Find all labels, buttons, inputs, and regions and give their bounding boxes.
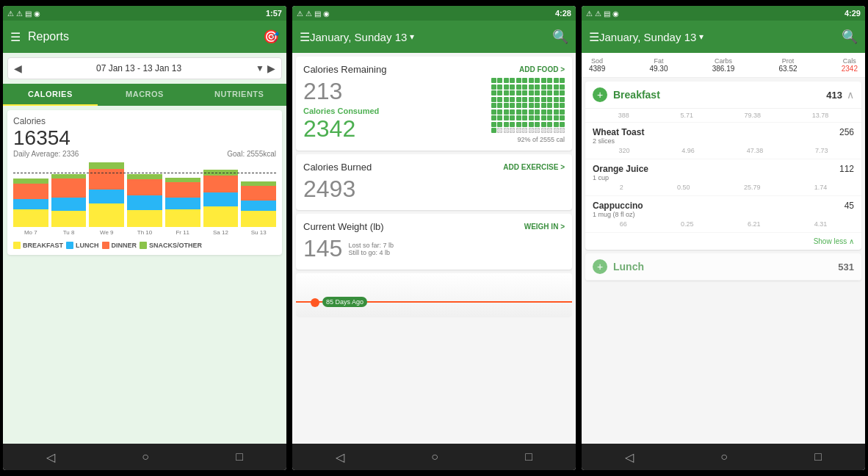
date-dropdown-2[interactable]: ▾: [410, 32, 414, 42]
grid-cell: [516, 128, 521, 133]
tab-macros[interactable]: MACROS: [98, 84, 192, 106]
breakfast-sod: 388: [618, 112, 629, 119]
bar-snacks-th: [127, 174, 162, 179]
bar-lunch-th: [127, 195, 162, 210]
grid-cell: [516, 103, 521, 108]
nav-bar-3: ◁ ○ □: [582, 444, 865, 470]
bar-dinner-tu: [51, 178, 87, 198]
carbs-value: 386.19: [712, 65, 735, 73]
tab-bar-1: CALORIES MACROS NUTRIENTS: [3, 84, 286, 106]
nav-recent-1[interactable]: □: [236, 450, 243, 464]
nav-back-1[interactable]: ◁: [46, 450, 55, 464]
status-icons-left-2: ⚠ ⚠ ▤ ◉: [297, 10, 330, 18]
dashed-line: [13, 173, 276, 173]
bar-breakfast-mo: [13, 209, 48, 227]
goal-icon-1[interactable]: 🎯: [263, 29, 279, 45]
legend-breakfast: BREAKFAST: [13, 242, 63, 249]
breakfast-expand-btn[interactable]: ∧: [847, 89, 854, 101]
add-exercise-btn[interactable]: ADD EXERCISE >: [503, 163, 565, 171]
date-dropdown-3[interactable]: ▾: [699, 32, 704, 42]
grid-cell: [535, 90, 540, 95]
grid-cell: [541, 122, 546, 127]
search-icon-3[interactable]: 🔍: [842, 29, 858, 45]
bar-breakfast-th: [127, 210, 162, 227]
nav-recent-3[interactable]: □: [814, 450, 822, 464]
status-time-3: 4:29: [845, 9, 861, 18]
breakfast-nutrition-row: 388 5.71 79.38 13.78: [585, 109, 861, 123]
pin-icon-2: ◉: [323, 10, 330, 18]
breakfast-add-btn[interactable]: +: [593, 87, 607, 102]
grid-cell: [547, 97, 552, 102]
grid-cell: [535, 122, 540, 127]
tab-nutrients[interactable]: NUTRIENTS: [192, 84, 286, 106]
cals-value: 2342: [842, 65, 858, 73]
show-less-btn[interactable]: Show less ∧: [585, 233, 861, 250]
nutr-carbs: Carbs 386.19: [712, 57, 735, 73]
pin-icon-1: ◉: [34, 10, 40, 18]
hamburger-icon-2[interactable]: ☰: [300, 30, 310, 44]
wheat-toast-name: Wheat Toast: [593, 127, 644, 137]
grid-cell: [529, 122, 534, 127]
food-item-wheat-toast: Wheat Toast 256 2 slices 320 4.96 47.38 …: [585, 123, 861, 159]
grid-cell: [541, 90, 546, 95]
bar-group-we: We 9: [89, 162, 124, 236]
bar-group-sa: Sa 12: [203, 170, 239, 236]
lunch-header: + Lunch 531: [585, 253, 861, 281]
hamburger-icon-3[interactable]: ☰: [589, 30, 599, 44]
grid-cell: [541, 84, 546, 90]
chart-goal: Goal: 2555kcal: [227, 150, 276, 158]
sod-label: Sod: [589, 57, 605, 65]
nav-home-1[interactable]: ○: [142, 450, 149, 464]
carbs-label: Carbs: [712, 57, 735, 65]
grid-cell: [529, 128, 534, 133]
bar-breakfast-fr: [165, 209, 200, 227]
date-selector[interactable]: ◀ 07 Jan 13 - 13 Jan 13 ▼ ▶: [7, 57, 282, 79]
nav-recent-2[interactable]: □: [525, 450, 532, 464]
tab-calories[interactable]: CALORIES: [3, 84, 98, 106]
current-weight-title: Current Weight (lb): [303, 221, 384, 232]
bar-lunch-we: [89, 190, 124, 203]
date-next[interactable]: ▶: [267, 62, 275, 74]
nutr-prot: Prot 63.52: [778, 57, 797, 73]
weigh-in-btn[interactable]: WEIGH IN >: [524, 223, 565, 231]
timeline-dot: [311, 298, 319, 307]
legend-dot-snacks: [140, 242, 147, 249]
timeline-label: 85 Days Ago: [322, 297, 367, 307]
bar-day-th: Th 10: [137, 229, 152, 236]
lunch-section: + Lunch 531: [585, 253, 861, 281]
grid-cell: [529, 103, 534, 108]
wheat-toast-cals: 256: [839, 127, 854, 137]
grid-cell: [522, 103, 527, 108]
date-prev[interactable]: ◀: [14, 62, 22, 74]
grid-cell: [504, 78, 509, 83]
food-item-orange-juice: Orange Juice 112 1 cup 2 0.50 25.79 1.74: [585, 159, 861, 196]
bar-day-sa: Sa 12: [213, 229, 228, 236]
nav-home-2[interactable]: ○: [431, 450, 438, 464]
calorie-grid: [491, 78, 565, 133]
nav-back-3[interactable]: ◁: [625, 450, 634, 464]
status-time-2: 4:28: [555, 9, 571, 18]
grid-cell: [504, 109, 509, 115]
nav-back-2[interactable]: ◁: [336, 450, 344, 464]
search-icon-2[interactable]: 🔍: [552, 29, 568, 45]
status-bar-2: ⚠ ⚠ ▤ ◉ 4:28: [292, 6, 576, 21]
grid-cell: [510, 90, 515, 95]
nav-bar-2: ◁ ○ □: [292, 444, 576, 470]
nav-bar-1: ◁ ○ □: [3, 444, 286, 470]
date-dropdown-icon[interactable]: ▼: [256, 63, 264, 73]
grid-cell: [547, 103, 552, 108]
grid-cell: [516, 109, 521, 115]
grid-cell: [560, 122, 565, 127]
legend-dot-dinner: [102, 242, 109, 249]
bar-day-mo: Mo 7: [24, 229, 37, 236]
nav-home-3[interactable]: ○: [720, 450, 728, 464]
grid-cell: [510, 122, 515, 127]
app-title-3: January, Sunday 13 ▾: [599, 31, 704, 43]
grid-cell: [510, 84, 515, 90]
lunch-add-btn[interactable]: +: [593, 259, 607, 274]
grid-cell: [491, 103, 496, 108]
add-food-btn[interactable]: ADD FOOD >: [519, 65, 565, 73]
grid-cell: [535, 128, 540, 133]
hamburger-icon-1[interactable]: ☰: [10, 30, 21, 44]
timeline-bg: [296, 273, 572, 317]
